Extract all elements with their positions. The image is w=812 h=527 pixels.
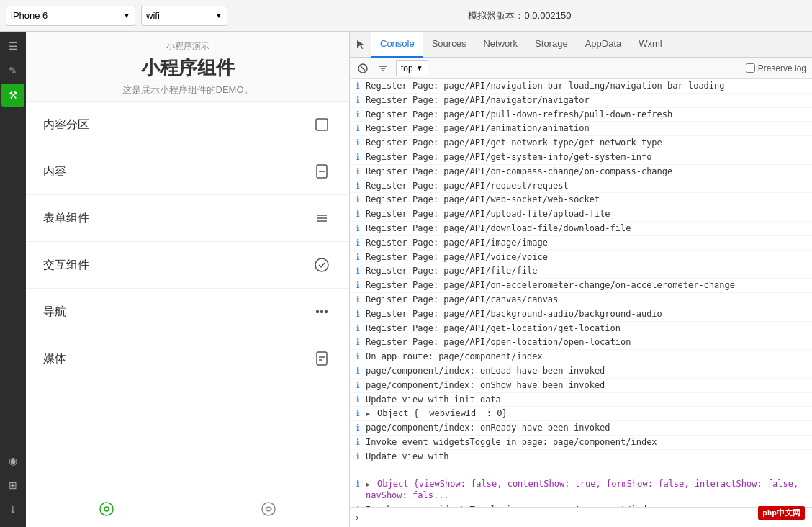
- console-line: ℹRegister Page: page/API/upload-file/upl…: [350, 207, 812, 222]
- tab-console[interactable]: Console: [371, 32, 423, 58]
- preserve-log-checkbox[interactable]: [746, 63, 755, 73]
- info-icon: ℹ: [353, 194, 363, 204]
- menu-item-导航[interactable]: 导航: [26, 289, 349, 335]
- log-text: ▶ Object {__webviewId__: 0}: [366, 407, 808, 420]
- console-line[interactable]: ℹ▶ Object {viewShow: false, contentShow:…: [350, 477, 812, 504]
- big-program-title: 小程序组件: [26, 55, 349, 81]
- svg-point-13: [100, 503, 113, 515]
- log-text: Update view with init data: [366, 394, 808, 406]
- console-line: [350, 464, 812, 477]
- menu-item-label: 内容分区: [43, 117, 89, 132]
- info-icon: ℹ: [353, 209, 363, 219]
- tab-storage[interactable]: Storage: [526, 32, 577, 58]
- svg-point-8: [321, 311, 323, 313]
- console-input[interactable]: [363, 513, 806, 523]
- info-icon: ℹ: [353, 323, 363, 333]
- sidebar-icon-tool[interactable]: ⚒: [1, 84, 24, 107]
- log-text: Update view with: [366, 451, 808, 463]
- tab-network[interactable]: Network: [474, 32, 526, 58]
- log-text: ▶ Object {viewShow: false, contentShow: …: [366, 478, 808, 503]
- object-text: Object {__webviewId__: 0}: [377, 408, 508, 418]
- console-line: ℹRegister Page: page/API/voice/voice: [350, 251, 812, 265]
- console-prompt: ›: [356, 512, 358, 523]
- expand-triangle[interactable]: ▶: [366, 479, 374, 490]
- console-line: ℹUpdate view with init data: [350, 393, 812, 407]
- wifi-label: wifi: [146, 10, 160, 21]
- device-dropdown-icon[interactable]: ▼: [123, 12, 130, 19]
- menu-item-内容[interactable]: 内容: [26, 148, 349, 195]
- menu-item-label: 媒体: [43, 351, 66, 366]
- simulator-panel: 小程序演示 小程序组件 这是展示小程序组件的DEMO。 内容分区内容表单组件交互…: [26, 32, 350, 527]
- svg-rect-10: [317, 352, 327, 365]
- expand-triangle[interactable]: ▶: [366, 409, 374, 419]
- info-icon: ℹ: [353, 408, 363, 418]
- log-text: Register Page: page/API/get-system-info/…: [366, 151, 808, 163]
- info-icon: ℹ: [353, 309, 363, 319]
- log-level-filter[interactable]: top ▼: [396, 60, 428, 76]
- info-icon: ℹ: [353, 138, 363, 148]
- menu-item-表单组件[interactable]: 表单组件: [26, 195, 349, 242]
- simulator-bottom-bar: [26, 490, 349, 527]
- tab-sources[interactable]: Sources: [423, 32, 475, 58]
- simulator-header: 小程序演示 小程序组件 这是展示小程序组件的DEMO。: [26, 32, 349, 102]
- console-line: ℹRegister Page: page/API/navigation-bar-…: [350, 79, 812, 94]
- wifi-dropdown-icon[interactable]: ▼: [215, 12, 222, 19]
- info-icon: ℹ: [353, 280, 363, 290]
- info-icon: ℹ: [353, 366, 363, 376]
- console-toolbar: top ▼ Preserve log: [350, 58, 812, 79]
- log-text: Register Page: page/API/voice/voice: [366, 251, 808, 264]
- devtools-tabs: Console Sources Network Storage AppData …: [350, 32, 812, 58]
- sidebar-icon-file[interactable]: ☰: [1, 35, 24, 58]
- log-text: Register Page: page/API/background-audio…: [366, 308, 808, 320]
- sidebar-icon-device[interactable]: ⊞: [1, 474, 24, 497]
- menu-item-媒体[interactable]: 媒体: [26, 335, 349, 382]
- log-text: Register Page: page/API/get-network-type…: [366, 137, 808, 149]
- wifi-selector[interactable]: wifi ▼: [141, 6, 227, 26]
- top-bar-title: 模拟器版本：0.0.002150: [233, 9, 806, 22]
- svg-point-6: [315, 258, 328, 271]
- info-icon: ℹ: [353, 451, 363, 461]
- log-text: Register Page: page/API/file/file: [366, 265, 808, 277]
- device-selector[interactable]: iPhone 6 ▼: [6, 6, 135, 26]
- program-subtitle: 这是展示小程序组件的DEMO。: [26, 84, 349, 96]
- info-icon: ℹ: [353, 479, 363, 489]
- log-text: On app route: page/component/index: [366, 351, 808, 363]
- console-line: ℹRegister Page: page/API/on-compass-chan…: [350, 165, 812, 179]
- info-icon: ℹ: [353, 252, 363, 262]
- sidebar-icon-debug[interactable]: ◉: [1, 449, 24, 472]
- left-sidebar: ☰ ✎ ⚒ ◉ ⊞ ⤓: [0, 32, 26, 527]
- console-line: ℹRegister Page: page/API/web-socket/web-…: [350, 193, 812, 207]
- console-line: ℹInvoke event widgetsToggle in page: pag…: [350, 436, 812, 450]
- sim-home-btn[interactable]: [99, 501, 114, 517]
- sim-discover-btn[interactable]: [261, 501, 276, 517]
- info-icon: ℹ: [353, 223, 363, 233]
- info-icon: ℹ: [353, 152, 363, 162]
- tab-appdata[interactable]: AppData: [577, 32, 631, 58]
- svg-rect-0: [316, 119, 328, 130]
- log-text: Register Page: page/API/get-location/get…: [366, 323, 808, 335]
- console-line: ℹpage/component/index: onLoad have been …: [350, 364, 812, 379]
- log-text: Invoke event widgetsToggle in page: page…: [366, 436, 808, 449]
- console-line: ℹRegister Page: page/API/open-location/o…: [350, 335, 812, 350]
- console-line: ℹpage/component/index: onShow have been …: [350, 379, 812, 393]
- devtools-cursor-icon[interactable]: [353, 37, 369, 53]
- menu-item-label: 表单组件: [43, 211, 89, 226]
- log-text: Register Page: page/API/pull-down-refres…: [366, 109, 808, 121]
- menu-item-label: 内容: [43, 164, 66, 179]
- tab-wxml[interactable]: Wxml: [630, 32, 671, 58]
- log-text: Register Page: page/API/canvas/canvas: [366, 294, 808, 306]
- info-icon: ℹ: [353, 423, 363, 433]
- preserve-log-label: Preserve log: [758, 63, 806, 73]
- console-line[interactable]: ℹ▶ Object {__webviewId__: 0}: [350, 407, 812, 421]
- mini-program-title: 小程序演示: [26, 40, 349, 53]
- console-output[interactable]: ℹRegister Page: page/API/navigation-bar-…: [350, 79, 812, 507]
- sidebar-icon-edit[interactable]: ✎: [1, 59, 24, 82]
- menu-item-内容分区[interactable]: 内容分区: [26, 102, 349, 148]
- info-icon: ℹ: [353, 109, 363, 120]
- clear-console-btn[interactable]: [356, 61, 370, 76]
- menu-item-icon-dots: [312, 302, 332, 322]
- menu-item-交互组件[interactable]: 交互组件: [26, 242, 349, 289]
- filter-label: top: [401, 63, 413, 73]
- sidebar-icon-save[interactable]: ⤓: [1, 498, 24, 521]
- filter-icon[interactable]: [376, 61, 390, 76]
